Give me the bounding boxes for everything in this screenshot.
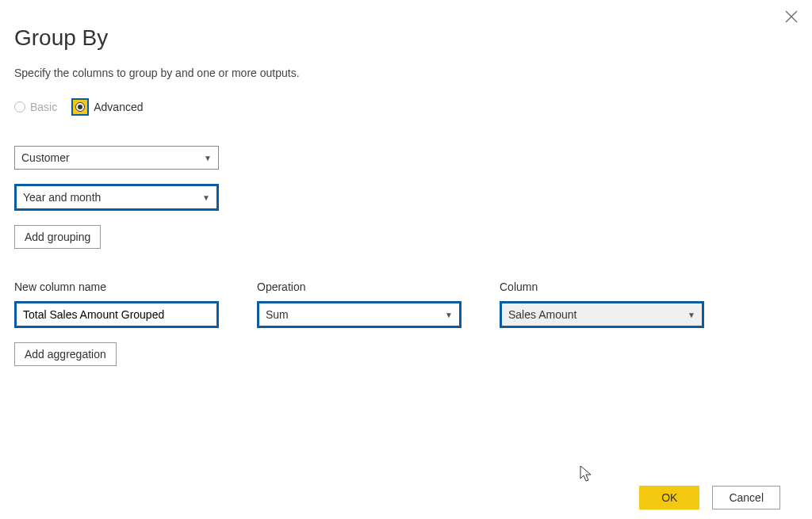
mode-selector: Basic Advanced xyxy=(0,79,812,116)
dialog-title: Group By xyxy=(0,0,812,51)
radio-advanced-label: Advanced xyxy=(94,101,143,113)
chevron-down-icon: ▼ xyxy=(688,311,695,319)
column-combo-value: Sales Amount xyxy=(508,308,576,321)
radio-advanced[interactable]: Advanced xyxy=(71,98,143,116)
dialog-subtitle: Specify the columns to group by and one … xyxy=(0,51,812,79)
aggregation-row: Sum ▼ Sales Amount ▼ xyxy=(14,301,812,328)
operation-combo[interactable]: Sum ▼ xyxy=(257,301,462,328)
grouping-combo-value: Year and month xyxy=(23,191,101,204)
close-icon xyxy=(785,9,798,26)
new-column-name-input[interactable] xyxy=(14,301,219,328)
grouping-combo-value: Customer xyxy=(21,151,70,164)
grouping-combo-customer[interactable]: Customer ▼ xyxy=(14,146,219,170)
agg-header-column: Column xyxy=(500,280,704,293)
agg-header-name: New column name xyxy=(14,280,219,293)
cursor-icon xyxy=(579,465,593,487)
aggregation-section: New column name Operation Column Sum ▼ S… xyxy=(0,249,812,366)
chevron-down-icon: ▼ xyxy=(204,154,212,162)
radio-basic[interactable]: Basic xyxy=(14,101,57,113)
add-aggregation-button[interactable]: Add aggregation xyxy=(14,342,117,366)
close-button[interactable] xyxy=(782,8,801,27)
add-grouping-button[interactable]: Add grouping xyxy=(14,225,101,249)
radio-icon xyxy=(14,101,25,113)
agg-header-operation: Operation xyxy=(257,280,462,293)
radio-selected-icon xyxy=(71,98,89,116)
radio-basic-label: Basic xyxy=(30,101,57,113)
column-combo[interactable]: Sales Amount ▼ xyxy=(500,301,704,328)
operation-combo-value: Sum xyxy=(266,308,289,321)
ok-button[interactable]: OK xyxy=(639,486,699,509)
cancel-button[interactable]: Cancel xyxy=(712,486,780,509)
chevron-down-icon: ▼ xyxy=(202,193,210,202)
dialog-footer: OK Cancel xyxy=(639,486,780,509)
grouping-section: Customer ▼ Year and month ▼ Add grouping xyxy=(0,116,812,249)
grouping-combo-year-month[interactable]: Year and month ▼ xyxy=(14,184,219,211)
chevron-down-icon: ▼ xyxy=(445,311,453,319)
